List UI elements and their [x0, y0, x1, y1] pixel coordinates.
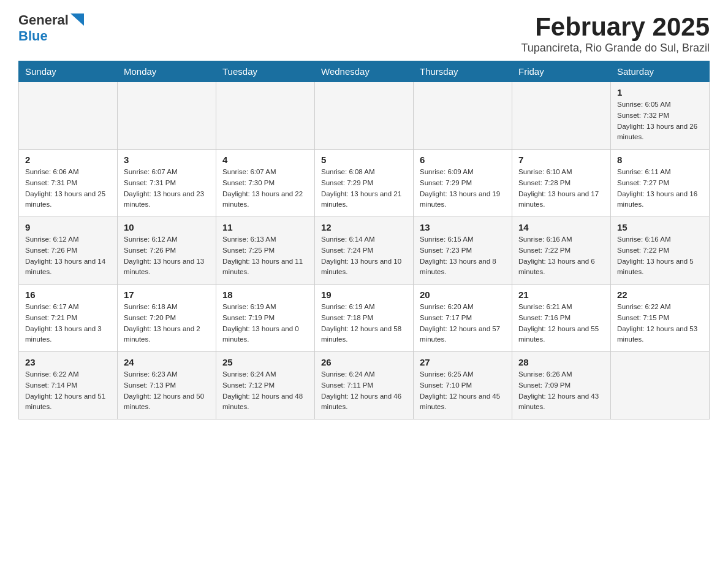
calendar-cell: 27Sunrise: 6:25 AMSunset: 7:10 PMDayligh… [414, 352, 512, 419]
calendar-cell: 2Sunrise: 6:06 AMSunset: 7:31 PMDaylight… [19, 150, 118, 217]
calendar-cell: 28Sunrise: 6:26 AMSunset: 7:09 PMDayligh… [512, 352, 611, 419]
day-number: 26 [321, 357, 407, 367]
day-info: Sunrise: 6:07 AMSunset: 7:30 PMDaylight:… [222, 167, 308, 210]
weekday-header-saturday: Saturday [611, 61, 710, 82]
day-number: 10 [124, 222, 210, 232]
weekday-header-sunday: Sunday [19, 61, 118, 82]
calendar-cell: 23Sunrise: 6:22 AMSunset: 7:14 PMDayligh… [19, 352, 118, 419]
day-info: Sunrise: 6:18 AMSunset: 7:20 PMDaylight:… [124, 302, 210, 345]
calendar-week-row: 23Sunrise: 6:22 AMSunset: 7:14 PMDayligh… [19, 352, 710, 419]
day-number: 1 [617, 87, 703, 98]
calendar-cell: 7Sunrise: 6:10 AMSunset: 7:28 PMDaylight… [512, 150, 611, 217]
day-info: Sunrise: 6:12 AMSunset: 7:26 PMDaylight:… [25, 234, 111, 278]
calendar-cell: 1Sunrise: 6:05 AMSunset: 7:32 PMDaylight… [611, 82, 710, 150]
calendar-week-row: 1Sunrise: 6:05 AMSunset: 7:32 PMDaylight… [19, 82, 710, 150]
day-info: Sunrise: 6:19 AMSunset: 7:19 PMDaylight:… [222, 302, 308, 345]
day-info: Sunrise: 6:22 AMSunset: 7:15 PMDaylight:… [617, 302, 703, 345]
weekday-header-monday: Monday [118, 61, 216, 82]
day-info: Sunrise: 6:07 AMSunset: 7:31 PMDaylight:… [124, 167, 210, 210]
weekday-header-wednesday: Wednesday [315, 61, 414, 82]
day-number: 20 [420, 289, 506, 300]
calendar-cell: 15Sunrise: 6:16 AMSunset: 7:22 PMDayligh… [611, 217, 710, 285]
calendar-cell: 24Sunrise: 6:23 AMSunset: 7:13 PMDayligh… [118, 352, 216, 419]
calendar-cell: 6Sunrise: 6:09 AMSunset: 7:29 PMDaylight… [414, 150, 512, 217]
day-info: Sunrise: 6:09 AMSunset: 7:29 PMDaylight:… [420, 167, 506, 210]
day-info: Sunrise: 6:24 AMSunset: 7:11 PMDaylight:… [321, 369, 407, 413]
calendar-cell [512, 82, 611, 150]
logo-arrow-icon [70, 13, 84, 26]
calendar-cell: 13Sunrise: 6:15 AMSunset: 7:23 PMDayligh… [414, 217, 512, 285]
calendar-cell: 19Sunrise: 6:19 AMSunset: 7:18 PMDayligh… [315, 285, 414, 352]
calendar-cell: 8Sunrise: 6:11 AMSunset: 7:27 PMDaylight… [611, 150, 710, 217]
day-number: 25 [222, 357, 308, 367]
calendar-cell [315, 82, 414, 150]
calendar-cell: 20Sunrise: 6:20 AMSunset: 7:17 PMDayligh… [414, 285, 512, 352]
day-number: 11 [222, 222, 308, 232]
day-number: 15 [617, 222, 703, 232]
day-info: Sunrise: 6:22 AMSunset: 7:14 PMDaylight:… [25, 369, 111, 413]
calendar-cell: 16Sunrise: 6:17 AMSunset: 7:21 PMDayligh… [19, 285, 118, 352]
logo: General Blue [18, 12, 84, 44]
day-info: Sunrise: 6:20 AMSunset: 7:17 PMDaylight:… [420, 302, 506, 345]
day-number: 19 [321, 289, 407, 300]
weekday-header-thursday: Thursday [414, 61, 512, 82]
calendar-header-row: SundayMondayTuesdayWednesdayThursdayFrid… [19, 61, 710, 82]
day-info: Sunrise: 6:14 AMSunset: 7:24 PMDaylight:… [321, 234, 407, 278]
calendar-cell: 21Sunrise: 6:21 AMSunset: 7:16 PMDayligh… [512, 285, 611, 352]
day-info: Sunrise: 6:26 AMSunset: 7:09 PMDaylight:… [518, 369, 604, 413]
title-block: February 2025 Tupancireta, Rio Grande do… [521, 12, 710, 55]
svg-marker-0 [70, 13, 84, 26]
day-info: Sunrise: 6:17 AMSunset: 7:21 PMDaylight:… [25, 302, 111, 345]
month-title: February 2025 [521, 12, 710, 42]
day-info: Sunrise: 6:13 AMSunset: 7:25 PMDaylight:… [222, 234, 308, 278]
day-number: 22 [617, 289, 703, 300]
calendar-cell: 25Sunrise: 6:24 AMSunset: 7:12 PMDayligh… [216, 352, 315, 419]
day-number: 9 [25, 222, 111, 232]
day-info: Sunrise: 6:23 AMSunset: 7:13 PMDaylight:… [124, 369, 210, 413]
day-number: 27 [420, 357, 506, 367]
calendar-cell [611, 352, 710, 419]
day-info: Sunrise: 6:21 AMSunset: 7:16 PMDaylight:… [518, 302, 604, 345]
weekday-header-tuesday: Tuesday [216, 61, 315, 82]
day-number: 4 [222, 155, 308, 165]
day-number: 24 [124, 357, 210, 367]
calendar-week-row: 2Sunrise: 6:06 AMSunset: 7:31 PMDaylight… [19, 150, 710, 217]
day-number: 12 [321, 222, 407, 232]
day-number: 7 [518, 155, 604, 165]
day-number: 17 [124, 289, 210, 300]
logo-text-general: General [18, 12, 69, 28]
day-info: Sunrise: 6:08 AMSunset: 7:29 PMDaylight:… [321, 167, 407, 210]
day-info: Sunrise: 6:06 AMSunset: 7:31 PMDaylight:… [25, 167, 111, 210]
day-number: 2 [25, 155, 111, 165]
calendar-cell [216, 82, 315, 150]
calendar-cell [414, 82, 512, 150]
calendar-cell: 26Sunrise: 6:24 AMSunset: 7:11 PMDayligh… [315, 352, 414, 419]
calendar-cell [118, 82, 216, 150]
calendar-cell: 14Sunrise: 6:16 AMSunset: 7:22 PMDayligh… [512, 217, 611, 285]
calendar-week-row: 9Sunrise: 6:12 AMSunset: 7:26 PMDaylight… [19, 217, 710, 285]
day-number: 8 [617, 155, 703, 165]
calendar-cell: 9Sunrise: 6:12 AMSunset: 7:26 PMDaylight… [19, 217, 118, 285]
day-info: Sunrise: 6:24 AMSunset: 7:12 PMDaylight:… [222, 369, 308, 413]
day-number: 16 [25, 289, 111, 300]
day-number: 5 [321, 155, 407, 165]
logo-text-blue: Blue [18, 28, 48, 44]
day-info: Sunrise: 6:19 AMSunset: 7:18 PMDaylight:… [321, 302, 407, 345]
day-info: Sunrise: 6:05 AMSunset: 7:32 PMDaylight:… [617, 99, 703, 143]
day-info: Sunrise: 6:10 AMSunset: 7:28 PMDaylight:… [518, 167, 604, 210]
day-info: Sunrise: 6:16 AMSunset: 7:22 PMDaylight:… [617, 234, 703, 278]
page-header: General Blue February 2025 Tupancireta, … [18, 12, 710, 55]
day-number: 18 [222, 289, 308, 300]
day-info: Sunrise: 6:15 AMSunset: 7:23 PMDaylight:… [420, 234, 506, 278]
day-number: 3 [124, 155, 210, 165]
calendar-cell: 3Sunrise: 6:07 AMSunset: 7:31 PMDaylight… [118, 150, 216, 217]
calendar-cell: 11Sunrise: 6:13 AMSunset: 7:25 PMDayligh… [216, 217, 315, 285]
weekday-header-friday: Friday [512, 61, 611, 82]
day-info: Sunrise: 6:12 AMSunset: 7:26 PMDaylight:… [124, 234, 210, 278]
calendar-cell: 12Sunrise: 6:14 AMSunset: 7:24 PMDayligh… [315, 217, 414, 285]
calendar-table: SundayMondayTuesdayWednesdayThursdayFrid… [18, 61, 710, 419]
day-info: Sunrise: 6:25 AMSunset: 7:10 PMDaylight:… [420, 369, 506, 413]
calendar-cell: 10Sunrise: 6:12 AMSunset: 7:26 PMDayligh… [118, 217, 216, 285]
calendar-cell: 22Sunrise: 6:22 AMSunset: 7:15 PMDayligh… [611, 285, 710, 352]
calendar-cell [19, 82, 118, 150]
